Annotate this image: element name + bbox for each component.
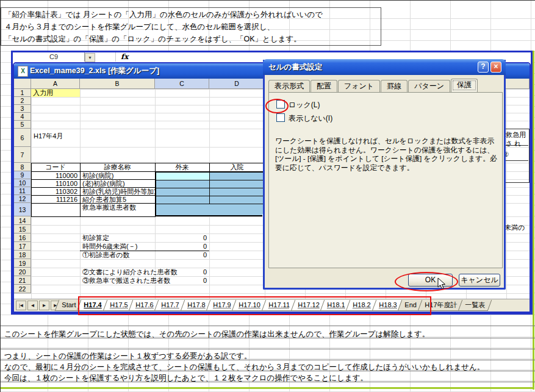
sheet-tab-label: H17.12: [298, 300, 319, 310]
sheet-tab-H17年度計[interactable]: H17年度計: [417, 300, 464, 311]
calc-value[interactable]: 0: [155, 277, 207, 285]
calc-label[interactable]: ①初診患者の数: [82, 251, 129, 259]
row-header-15[interactable]: 15: [14, 225, 31, 233]
tab-scroll-button[interactable]: |◀: [16, 301, 26, 310]
calc-label[interactable]: 時間外6歳未満(－): [82, 243, 137, 251]
table-cell-name[interactable]: 紹介患者加算5: [82, 196, 126, 204]
row-header-8[interactable]: 8: [14, 163, 31, 171]
row-header-3[interactable]: 3: [14, 105, 31, 113]
sheet-tab-label: H17年度計: [425, 300, 457, 310]
cell-a1[interactable]: 入力用: [31, 89, 80, 97]
lock-checkbox[interactable]: [276, 100, 285, 109]
page-edge-bottom: [1, 387, 534, 389]
page-edge-right: [533, 51, 534, 390]
selected-range-c9-d13[interactable]: [155, 171, 265, 216]
row-header-14[interactable]: 14: [14, 216, 31, 225]
row-header-20[interactable]: 20: [14, 268, 31, 276]
dialog-tab-2[interactable]: フォント: [338, 80, 380, 92]
table-cell-code[interactable]: 110000: [31, 172, 77, 180]
sheet-tab-label: End: [404, 300, 417, 310]
row-header-7[interactable]: 7: [14, 147, 31, 163]
top-note-line: 「セルの書式設定」の「保護」の「ロック」のチェックをはずし、「OK」とします。: [4, 34, 301, 45]
row-header-1[interactable]: 1: [14, 89, 31, 97]
table-cell-name[interactable]: 初診(病院): [82, 172, 113, 180]
sheet-tab-label: H18.2: [353, 300, 371, 310]
row-header-22[interactable]: 22: [14, 285, 31, 293]
close-button[interactable]: ×: [490, 62, 501, 73]
dialog-tab-5[interactable]: 保護: [451, 79, 478, 92]
table-header-cell[interactable]: 診療名称: [80, 163, 155, 171]
cell-a6[interactable]: H17年4月: [34, 132, 63, 140]
table-cell-name[interactable]: 初診(乳幼児)時間外等加算: [82, 188, 160, 196]
lock-checkbox-label: ロック(L): [289, 101, 320, 109]
cell-border-line: [1, 349, 535, 349]
table-header-cell[interactable]: 外来: [155, 163, 209, 171]
table-cell-name[interactable]: (老)初診(病院): [82, 180, 125, 188]
sheet-tab-label: H17.10: [239, 300, 260, 310]
selection-grid-line: [156, 196, 264, 196]
name-box-dropdown-icon[interactable]: ▼: [85, 53, 95, 62]
column-header-c[interactable]: C: [155, 79, 209, 89]
row-header-19[interactable]: 19: [14, 259, 31, 268]
underline-row17: [80, 251, 209, 251]
cancel-button[interactable]: キャンセル: [459, 274, 500, 287]
calc-value[interactable]: 0: [155, 243, 207, 251]
row-header-11[interactable]: 11: [14, 187, 31, 195]
selection-grid-line: [156, 204, 264, 204]
dialog-tab-4[interactable]: パターン: [408, 80, 450, 92]
dialog-tab-0[interactable]: 表示形式: [268, 80, 310, 92]
calc-value[interactable]: 0: [155, 251, 207, 259]
column-header-b[interactable]: B: [80, 79, 155, 89]
row-header-10[interactable]: 10: [14, 179, 31, 187]
gridline: [506, 89, 507, 299]
select-all-corner[interactable]: [14, 79, 31, 89]
row-header-5[interactable]: 5: [14, 121, 31, 129]
selection-grid-line: [156, 180, 264, 180]
table-cell-code[interactable]: 111216: [31, 196, 77, 204]
hidden-checkbox-label: 表示しない(I): [289, 114, 332, 123]
dialog-title-bar[interactable]: セルの書式設定 ? ×: [263, 59, 506, 75]
active-cell-c9[interactable]: [156, 173, 209, 180]
row-header-21[interactable]: 21: [14, 276, 31, 285]
top-note-line: 「紹介率集計表」では 月シートの「入力用」の水色のセルのみが保護から外れればいい…: [4, 10, 323, 20]
table-cell-name[interactable]: 救急車搬送患者数: [82, 204, 136, 212]
page: 「紹介率集計表」では 月シートの「入力用」の水色のセルのみが保護から外れればいい…: [0, 0, 535, 392]
table-header-cell[interactable]: 入院: [209, 163, 265, 171]
gridline: [14, 293, 530, 294]
dialog-tab-3[interactable]: 罫線: [381, 80, 408, 92]
hidden-checkbox-row[interactable]: 表示しない(I): [276, 113, 332, 123]
calc-value[interactable]: 0: [155, 234, 207, 242]
sheet-tab-label: H18.3: [379, 300, 397, 310]
sheet-tab-一覧表[interactable]: 一覧表: [458, 300, 492, 311]
row-header-16[interactable]: 16: [14, 233, 31, 242]
calc-label[interactable]: 初診算定: [82, 234, 109, 242]
tab-scroll-button[interactable]: ▶: [39, 301, 49, 310]
hidden-checkbox[interactable]: [276, 113, 285, 122]
help-button[interactable]: ?: [478, 62, 489, 73]
table-header-cell[interactable]: コード: [31, 163, 80, 171]
insert-function-icon[interactable]: fx: [115, 52, 139, 62]
table-cell-code[interactable]: 110302: [31, 188, 77, 196]
protection-tab-panel: ロック(L) 表示しない(I) ワークシートを保護しなければ、セルをロックまたは…: [268, 92, 503, 268]
lock-checkbox-row[interactable]: ロック(L): [276, 100, 320, 109]
dialog-tab-1[interactable]: 配置: [311, 80, 337, 92]
sheet-tab-label: H17.11: [268, 300, 290, 310]
sheet-tab-label: Start: [62, 300, 76, 310]
row-header-9[interactable]: 9: [14, 171, 31, 179]
row-header-4[interactable]: 4: [14, 113, 31, 121]
row-header-2[interactable]: 2: [14, 97, 31, 105]
ok-button[interactable]: OK: [408, 274, 453, 287]
row-header-13[interactable]: 13: [14, 203, 31, 216]
row-header-6[interactable]: 6: [14, 129, 31, 147]
row-header-12[interactable]: 12: [14, 195, 31, 203]
calc-value[interactable]: 0: [155, 268, 207, 276]
row-header-17[interactable]: 17: [14, 242, 31, 251]
table-cell-code[interactable]: 110100: [31, 180, 77, 188]
sheet-tab-label: H17.6: [135, 300, 153, 310]
column-header-d[interactable]: D: [209, 79, 265, 89]
workbook-title: Excel_mame39_2.xls [作業グループ]: [30, 66, 159, 76]
column-header-a[interactable]: A: [31, 79, 80, 89]
name-box[interactable]: C9: [23, 52, 85, 62]
tab-scroll-button[interactable]: ◀: [27, 301, 38, 310]
row-header-18[interactable]: 18: [14, 251, 31, 259]
